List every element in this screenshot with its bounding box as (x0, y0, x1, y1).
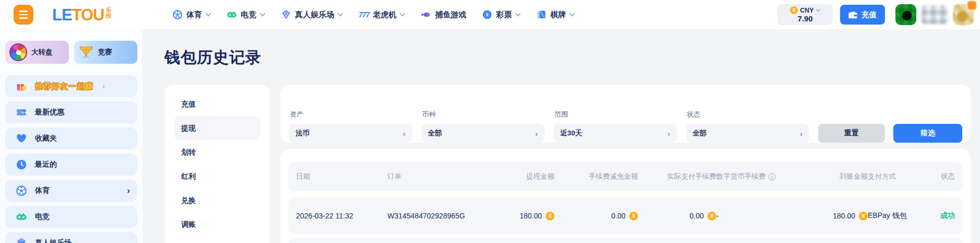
balance-dropdown[interactable]: ¥ CNY 7.90 (777, 4, 833, 25)
chevron-down-icon (515, 13, 521, 17)
sidebar-item-favorites[interactable]: 收藏夹 (5, 128, 137, 149)
balance-currency: CNY (800, 7, 813, 14)
select-value: 近30天 (560, 129, 582, 138)
cny-coin-icon: ¥ (629, 212, 638, 221)
balance-amount: 7.90 (797, 14, 812, 23)
sidebar-item-referral[interactable]: ¥ 推荐好友一起赚 › (5, 75, 137, 97)
cell-date: 2026-03-22 11:32 (296, 212, 387, 220)
cards-icon (536, 9, 547, 20)
col-fee-waived: 手续费减免金额 (589, 172, 639, 181)
lucky-wheel-button[interactable]: 大转盘 (5, 41, 69, 64)
info-icon[interactable]: i (769, 173, 776, 180)
soccer-icon (16, 185, 27, 196)
reset-button[interactable]: 重置 (818, 124, 885, 143)
chevron-right-icon: › (535, 129, 538, 138)
select-value: 全部 (693, 129, 707, 138)
main-nav: 体育 电竞 真人娱乐场 777 老虎机 捕鱼游戏 9 彩票 (172, 0, 575, 29)
sidebar-item-recent[interactable]: 最近的 (5, 154, 137, 176)
fish-icon (421, 9, 431, 20)
svg-text:%: % (21, 110, 25, 115)
chevron-right-icon: › (668, 129, 670, 138)
gamepad-icon (227, 9, 237, 20)
filter-panel: 资产 法币 › 币种 全部 › 范围 近30天 › 状态 全部 › (280, 85, 971, 143)
col-order: 订单 (387, 172, 497, 181)
page-title: 钱包历史记录 (164, 47, 262, 68)
filter-label: 状态 (687, 110, 810, 119)
filter-group-status: 状态 全部 › (686, 110, 810, 143)
select-value: 法币 (296, 129, 310, 138)
filter-label: 范围 (554, 110, 677, 119)
currency-select[interactable]: 全部 › (421, 124, 545, 143)
col-withdraw-amount: 提现金额 (526, 172, 554, 181)
nav-item-fishing[interactable]: 捕鱼游戏 (421, 9, 466, 20)
nav-item-live-casino[interactable]: 真人娱乐场 (281, 9, 343, 20)
cell-status: 成功 (940, 211, 955, 221)
select-value: 全部 (428, 129, 442, 138)
submenu-item-transfer[interactable]: 划转 (174, 140, 261, 164)
referral-arrow-icon: › (102, 82, 105, 91)
nav-item-poker[interactable]: 棋牌 (536, 9, 575, 20)
wallet-icon (848, 11, 857, 19)
nav-label: 老虎机 (373, 10, 396, 20)
nav-item-esports[interactable]: 电竞 (227, 9, 265, 20)
cell-withdraw-amount: 180.00 ¥ (519, 212, 554, 221)
main-content: 钱包历史记录 充值 提现 划转 红利 兑换 调账 资产 法币 › 币种 全部 ›… (143, 29, 980, 243)
cny-coin-icon: ¥ (790, 6, 798, 14)
heart-icon (16, 133, 27, 144)
submenu-item-exchange[interactable]: 兑换 (174, 188, 261, 212)
submenu-item-bonus[interactable]: 红利 (174, 164, 261, 188)
hamburger-menu-button[interactable] (14, 5, 33, 25)
coupon-icon: % (16, 107, 27, 118)
asset-select[interactable]: 法币 › (289, 124, 412, 143)
submenu-item-withdraw-active[interactable]: 提现 (174, 116, 261, 140)
live-casino-icon (16, 237, 27, 243)
submenu-item-deposit[interactable]: 充值 (174, 92, 261, 116)
deposit-label: 充值 (861, 10, 877, 20)
chevron-down-icon (260, 13, 265, 17)
sidebar-item-label: 最近的 (35, 160, 130, 169)
chevron-down-icon (400, 13, 405, 17)
sidebar-item-promotions[interactable]: % 最新优惠 (5, 101, 137, 123)
username-censored[interactable] (922, 5, 948, 24)
col-date: 日期 (296, 172, 387, 181)
table-row: 2026-03-22 11:32 W3145484702928965G 180.… (288, 198, 963, 234)
top-bar: LETOU 乐投 体育 电竞 真人娱乐场 777 老虎机 捕鱼游戏 9 (0, 0, 980, 29)
nav-item-sports[interactable]: 体育 (172, 9, 211, 20)
filter-button[interactable]: 筛选 (893, 124, 962, 143)
chevron-right-icon: › (403, 129, 406, 138)
nav-label: 捕鱼游戏 (435, 10, 466, 20)
col-fee-paid: 实际支付手续费 (667, 172, 717, 181)
user-avatar[interactable] (895, 4, 916, 25)
table-row-next-partial (288, 238, 963, 243)
amount-value: 180.00 (833, 212, 855, 220)
sidebar-item-label: 真人娱乐场 (35, 238, 130, 243)
nav-label: 体育 (186, 10, 202, 20)
deposit-button[interactable]: 充值 (840, 5, 885, 25)
col-received: 到账金额 (840, 172, 868, 181)
sidebar-item-esports[interactable]: 电竞 (5, 206, 137, 228)
nav-item-lottery[interactable]: 9 彩票 (482, 9, 521, 20)
col-method: 支付方式 (868, 172, 923, 181)
contest-button[interactable]: 竞赛 (74, 41, 138, 64)
sidebar-item-sports[interactable]: 体育 › (5, 180, 137, 202)
nav-item-slots[interactable]: 777 老虎机 (359, 10, 405, 20)
sidebar-item-live-casino[interactable]: 真人娱乐场 (5, 232, 137, 243)
cny-coin-icon: ¥ (859, 212, 868, 221)
letou-logo[interactable]: LETOU 乐投 (52, 6, 112, 25)
filter-group-asset: 资产 法币 › (289, 110, 412, 143)
live-casino-icon (281, 9, 291, 20)
table-header: 日期 订单 提现金额 手续费减免金额 实际支付手续费 数字货币手续费 i 到账金… (288, 162, 963, 191)
svg-text:9: 9 (486, 12, 489, 17)
cny-coin-icon: ¥ (707, 212, 716, 221)
cell-received: 180.00 ¥ (833, 212, 868, 221)
filter-label: 资产 (290, 110, 412, 119)
sidebar-item-label: 收藏夹 (35, 134, 130, 143)
status-select[interactable]: 全部 › (686, 124, 810, 143)
submenu-item-adjustment[interactable]: 调账 (174, 212, 261, 236)
cell-method: EBPay 钱包 (868, 211, 923, 221)
col-status: 状态 (941, 172, 955, 181)
range-select[interactable]: 近30天 › (553, 124, 677, 143)
vip-avatar[interactable] (953, 4, 974, 25)
left-sidebar: 大转盘 竞赛 ¥ 推荐好友一起赚 › % 最新优惠 收藏夹 最近的 体育 › 电… (0, 29, 143, 243)
soccer-icon (172, 9, 183, 20)
